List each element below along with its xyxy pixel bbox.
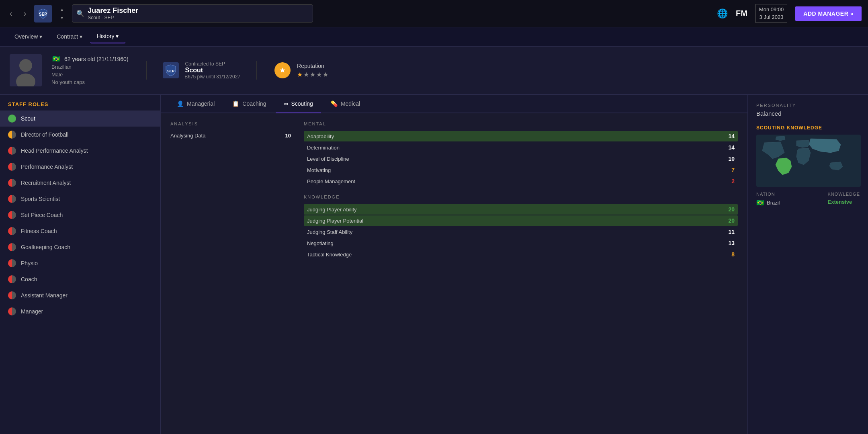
mental-attr-value-4: 2	[723, 178, 735, 184]
staff-role-item-1[interactable]: Director of Football	[0, 127, 160, 143]
tab-managerial[interactable]: 👤 Managerial	[169, 95, 223, 113]
nationality-flag: 🇧🇷	[51, 56, 61, 62]
analysis-section: ANALYSIS Analysing Data10	[170, 121, 291, 268]
brazil-flag: 🇧🇷	[756, 199, 764, 207]
svg-text:SEP: SEP	[167, 69, 174, 73]
staff-role-item-0[interactable]: Scout	[0, 111, 160, 127]
role-dot-5	[8, 195, 16, 203]
staff-role-label-7: Fitness Coach	[21, 228, 57, 234]
staff-role-item-7[interactable]: Fitness Coach	[0, 223, 160, 239]
date: 3 Jul 2023	[759, 14, 784, 21]
staff-role-item-9[interactable]: Physio	[0, 255, 160, 271]
contract-section: SEP Contracted to SEP Scout £675 p/w unt…	[146, 61, 257, 80]
datetime-display: Mon 09:00 3 Jul 2023	[755, 4, 787, 23]
staff-role-item-3[interactable]: Performance Analyst	[0, 159, 160, 175]
main-content: STAFF ROLES ScoutDirector of FootballHea…	[0, 95, 868, 434]
mental-attr-name-2: Level of Discipline	[307, 156, 723, 162]
role-dot-8	[8, 243, 16, 251]
staff-role-item-5[interactable]: Sports Scientist	[0, 191, 160, 207]
star-3: ★	[310, 71, 315, 78]
staff-role-item-12[interactable]: Manager	[0, 303, 160, 319]
time-day: Mon 09:00	[759, 6, 784, 13]
staff-role-item-6[interactable]: Set Piece Coach	[0, 207, 160, 223]
mental-header: MENTAL	[304, 121, 738, 126]
search-icon: 🔍	[76, 10, 84, 17]
role-dot-1	[8, 131, 16, 139]
nav-forward-button[interactable]: ›	[20, 7, 30, 20]
personality-value: Balanced	[756, 110, 860, 117]
analysis-attr-name-0: Analysing Data	[170, 133, 276, 139]
stats-section: MENTAL Adaptability14Determination14Leve…	[304, 121, 738, 268]
tab-medical[interactable]: 💊 Medical	[323, 95, 368, 113]
knowledge-list: Judging Player Ability20Judging Player P…	[304, 204, 738, 260]
knowledge-attr-value-2: 11	[723, 229, 735, 235]
role-dot-0	[8, 115, 16, 123]
star-5: ★	[323, 71, 328, 78]
mental-row-1: Determination14	[304, 142, 738, 153]
knowledge-header: KNOWLEDGE	[304, 194, 738, 199]
mental-attr-name-1: Determination	[307, 145, 723, 151]
star-4: ★	[316, 71, 322, 78]
subnav-contract[interactable]: Contract ▾	[50, 30, 89, 43]
contract-role: Scout	[185, 67, 240, 74]
role-dot-4	[8, 179, 16, 187]
coaching-icon: 📋	[232, 100, 239, 107]
knowledge-attr-name-0: Judging Player Ability	[307, 207, 723, 213]
avatar	[10, 54, 42, 86]
globe-icon[interactable]: 🌐	[717, 8, 728, 19]
staff-role-item-4[interactable]: Recruitment Analyst	[0, 175, 160, 191]
staff-role-item-11[interactable]: Assistant Manager	[0, 287, 160, 303]
mental-block: MENTAL Adaptability14Determination14Leve…	[304, 121, 738, 186]
staff-role-item-2[interactable]: Head Performance Analyst	[0, 143, 160, 159]
tab-scouting-label: Scouting	[291, 100, 313, 107]
reputation-stars: ★ ★ ★ ★ ★	[297, 71, 328, 78]
add-manager-button[interactable]: ADD MANAGER »	[795, 6, 862, 21]
center-content: 👤 Managerial 📋 Coaching ∞ Scouting 💊 Med…	[161, 95, 747, 434]
contracted-to: Contracted to SEP	[185, 61, 240, 67]
knowledge-attr-name-2: Judging Staff Ability	[307, 229, 723, 235]
staff-role-item-10[interactable]: Coach	[0, 271, 160, 287]
analysis-row-0: Analysing Data10	[170, 131, 291, 140]
subnav-overview[interactable]: Overview ▾	[8, 30, 49, 43]
mental-attr-name-4: People Management	[307, 178, 723, 184]
personality-label: PERSONALITY	[756, 103, 860, 108]
star-1: ★	[297, 71, 303, 78]
tab-scouting[interactable]: ∞ Scouting	[276, 95, 321, 113]
staff-role-label-1: Director of Football	[21, 131, 68, 138]
nation-value: 🇧🇷 Brazil	[756, 199, 780, 207]
tabs-bar: 👤 Managerial 📋 Coaching ∞ Scouting 💊 Med…	[161, 95, 747, 113]
staff-role-label-5: Sports Scientist	[21, 196, 60, 202]
staff-roles-header: STAFF ROLES	[0, 95, 160, 111]
staff-role-label-12: Manager	[21, 308, 43, 315]
role-dot-7	[8, 227, 16, 235]
contract-details: Contracted to SEP Scout £675 p/w until 3…	[185, 61, 240, 80]
analysis-attr-value-0: 10	[280, 133, 291, 139]
reputation-icon: ★	[274, 62, 291, 78]
knowledge-block: KNOWLEDGE Judging Player Ability20Judgin…	[304, 194, 738, 260]
staff-role-label-2: Head Performance Analyst	[21, 147, 88, 154]
reputation-section: ★ Reputation ★ ★ ★ ★ ★	[274, 62, 328, 78]
dropdown-down[interactable]: ▼	[57, 14, 67, 22]
svg-point-2	[19, 59, 32, 72]
tab-managerial-label: Managerial	[187, 100, 215, 107]
player-nationality: Brazilian	[51, 64, 129, 70]
role-dot-9	[8, 259, 16, 267]
subnav-history[interactable]: History ▾	[90, 30, 125, 43]
club-badge: SEP	[34, 5, 52, 23]
sub-navigation: Overview ▾ Contract ▾ History ▾	[0, 27, 868, 47]
tab-coaching[interactable]: 📋 Coaching	[224, 95, 274, 113]
analysis-header: ANALYSIS	[170, 121, 291, 126]
nation-label: NATION	[756, 192, 780, 197]
reputation-label: Reputation	[297, 63, 328, 69]
dropdown-up[interactable]: ▲	[57, 6, 67, 13]
knowledge-label: KNOWLEDGE	[827, 192, 860, 197]
mental-attr-value-1: 14	[723, 144, 735, 151]
role-dot-3	[8, 163, 16, 171]
attributes-area: ANALYSIS Analysing Data10 MENTAL Adaptab…	[161, 113, 747, 276]
nav-back-button[interactable]: ‹	[6, 7, 16, 20]
staff-role-item-8[interactable]: Goalkeeping Coach	[0, 239, 160, 255]
staff-role-label-3: Performance Analyst	[21, 164, 73, 170]
search-bar[interactable]: 🔍 Juarez Fischer Scout - SEP	[72, 4, 313, 23]
staff-role-label-0: Scout	[21, 115, 35, 122]
mental-attr-value-3: 7	[723, 167, 735, 173]
